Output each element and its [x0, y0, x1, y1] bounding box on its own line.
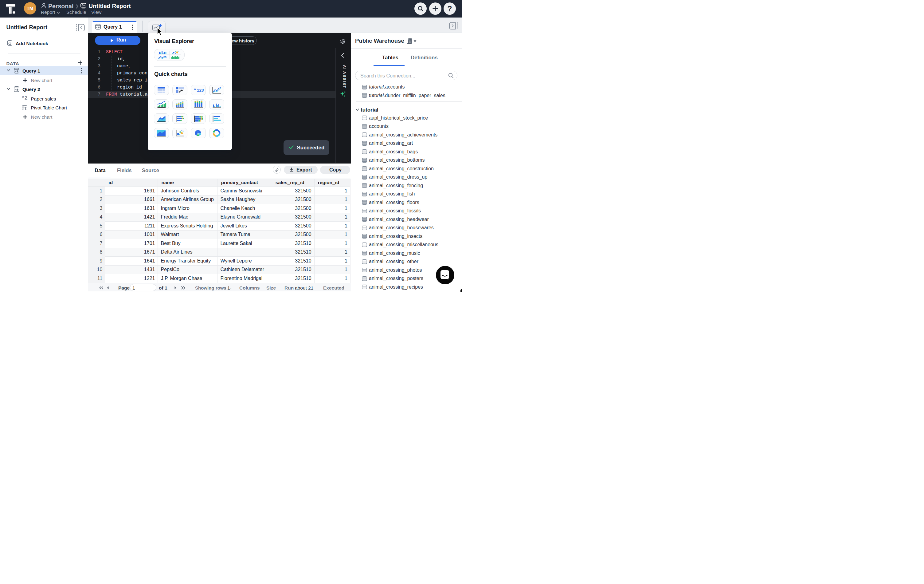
svg-text:123: 123 [197, 88, 204, 93]
